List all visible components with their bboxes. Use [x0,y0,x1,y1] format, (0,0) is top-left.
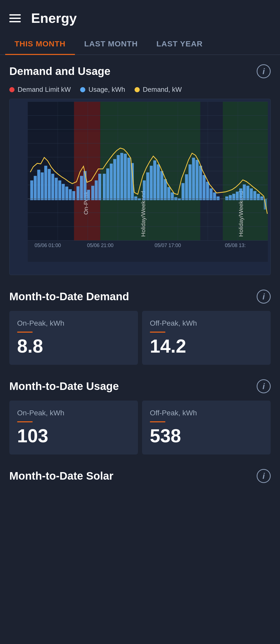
svg-rect-67 [138,198,141,200]
svg-rect-79 [181,183,185,200]
svg-rect-71 [153,160,156,200]
app-header: Energy [0,0,280,33]
svg-rect-50 [76,186,80,200]
usage-section-title: Month-to-Date Usage [9,380,119,393]
month-to-date-usage-section: Month-to-Date Usage i On-Peak, kWh 103 O… [0,370,280,460]
svg-rect-81 [188,164,192,200]
svg-rect-75 [167,187,170,200]
demand-off-peak-divider [150,332,165,333]
svg-rect-86 [206,182,209,200]
svg-rect-37 [30,180,33,200]
tab-last-year[interactable]: LAST YEAR [147,33,212,54]
usage-off-peak-card: Off-Peak, kWh 538 [142,401,271,454]
svg-rect-97 [250,188,253,200]
svg-rect-51 [80,176,83,200]
svg-rect-52 [83,171,87,200]
svg-rect-48 [69,189,72,200]
svg-rect-60 [113,159,116,200]
svg-rect-95 [243,184,246,200]
svg-rect-57 [103,174,106,200]
legend-dot-yellow [135,87,140,92]
demand-section-header: Month-to-Date Demand i [9,290,271,304]
svg-rect-55 [95,180,98,200]
svg-rect-56 [98,174,101,200]
svg-rect-43 [51,174,54,200]
svg-rect-63 [124,154,127,200]
svg-rect-73 [160,171,163,200]
legend-item-usage: Usage, kWh [80,86,125,94]
svg-text:05/06 01:00: 05/06 01:00 [34,242,61,248]
svg-rect-53 [87,190,90,200]
usage-on-peak-divider [17,421,33,422]
svg-rect-66 [134,197,137,200]
legend-dot-blue [80,87,85,92]
svg-rect-87 [209,188,213,200]
svg-rect-45 [58,180,61,200]
usage-on-peak-value: 103 [17,426,48,445]
svg-rect-91 [229,195,232,200]
demand-off-peak-label: Off-Peak, kWh [150,319,197,327]
demand-off-peak-value: 14.2 [150,337,186,355]
demand-info-button[interactable]: i [257,290,271,304]
solar-section-header: Month-to-Date Solar i [9,469,271,483]
solar-section-title: Month-to-Date Solar [9,470,113,482]
usage-off-peak-divider [150,421,165,422]
svg-text:05/06 21:00: 05/06 21:00 [87,242,114,248]
tab-last-month[interactable]: LAST MONTH [75,33,147,54]
svg-text:05/07 17:00: 05/07 17:00 [155,242,181,248]
month-to-date-solar-section: Month-to-Date Solar i [0,460,280,495]
svg-rect-92 [232,194,235,200]
svg-rect-94 [239,188,242,200]
svg-rect-78 [178,198,181,200]
svg-rect-59 [110,164,113,200]
usage-off-peak-value: 538 [150,426,181,445]
usage-off-peak-label: Off-Peak, kWh [150,409,197,417]
svg-rect-89 [216,197,220,200]
svg-rect-72 [157,164,160,200]
svg-rect-40 [41,172,44,200]
svg-rect-96 [246,186,249,200]
usage-info-button[interactable]: i [257,379,271,393]
period-tabs: THIS MONTH LAST MONTH LAST YEAR [0,33,280,55]
demand-on-peak-label: On-Peak, kWh [17,319,64,327]
month-to-date-demand-section: Month-to-Date Demand i On-Peak, kWh 8.8 … [0,280,280,370]
svg-rect-47 [65,187,68,200]
solar-info-button[interactable]: i [257,469,271,483]
chart-svg: On-Peak Holiday/Weekend Holiday/Weekend … [28,102,268,262]
demand-usage-section: Demand and Usage i Demand Limit kW Usage… [0,55,280,280]
legend-item-demand-limit: Demand Limit kW [9,86,71,94]
usage-on-peak-label: On-Peak, kWh [17,409,64,417]
demand-usage-title: Demand and Usage [9,65,110,78]
svg-rect-82 [192,158,195,200]
svg-rect-100 [260,197,263,200]
menu-button[interactable] [9,14,21,22]
svg-rect-85 [202,175,206,200]
svg-rect-90 [225,197,228,200]
svg-rect-80 [185,174,188,200]
svg-rect-41 [44,166,47,200]
svg-rect-58 [106,169,109,200]
svg-rect-61 [117,155,120,200]
svg-rect-38 [34,176,37,200]
usage-section-header: Month-to-Date Usage i [9,379,271,393]
svg-rect-42 [48,169,51,200]
usage-on-peak-card: On-Peak, kWh 103 [9,401,138,454]
svg-rect-83 [195,160,199,200]
demand-usage-info-button[interactable]: i [257,64,271,78]
svg-rect-69 [146,172,149,200]
legend-item-demand: Demand, kW [135,86,182,94]
svg-rect-99 [257,194,260,200]
svg-rect-74 [164,179,167,200]
svg-text:05/08 13:: 05/08 13: [225,242,246,248]
svg-rect-70 [150,166,153,200]
svg-rect-54 [91,186,94,200]
demand-on-peak-card: On-Peak, kWh 8.8 [9,311,138,365]
demand-usage-chart: On-Peak Holiday/Weekend Holiday/Weekend … [9,99,271,275]
svg-rect-39 [37,170,40,200]
demand-stat-cards: On-Peak, kWh 8.8 Off-Peak, kWh 14.2 [9,311,271,365]
demand-section-title: Month-to-Date Demand [9,290,129,303]
page-title: Energy [31,10,77,26]
svg-rect-64 [127,158,130,200]
tab-this-month[interactable]: THIS MONTH [5,33,75,54]
demand-on-peak-value: 8.8 [17,337,43,355]
